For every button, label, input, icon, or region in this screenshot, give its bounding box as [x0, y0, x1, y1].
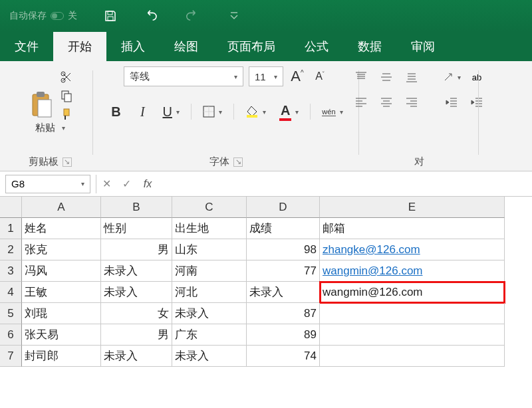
- borders-button[interactable]: ▾: [201, 102, 224, 121]
- wrap-text-button[interactable]: ab: [467, 69, 486, 85]
- col-header-A[interactable]: A: [22, 197, 101, 218]
- cell[interactable]: 未录入: [101, 260, 172, 282]
- row-header[interactable]: 4: [0, 282, 22, 303]
- select-all-corner[interactable]: [0, 197, 22, 218]
- cell[interactable]: 未录入: [247, 282, 320, 303]
- cell[interactable]: 成绩: [247, 218, 320, 239]
- row-header[interactable]: 3: [0, 260, 22, 282]
- paste-button[interactable]: 粘贴 ▾: [31, 118, 70, 138]
- col-header-B[interactable]: B: [101, 197, 172, 218]
- dialog-launcher-clipboard[interactable]: ↘: [63, 157, 72, 167]
- tab-review[interactable]: 审阅: [396, 32, 450, 61]
- x-icon: ✕: [102, 177, 111, 190]
- paste-split-button[interactable]: [26, 66, 55, 118]
- align-left-button[interactable]: [352, 94, 370, 110]
- cell[interactable]: 张克: [22, 239, 101, 260]
- cell[interactable]: 冯风: [22, 260, 101, 282]
- cell[interactable]: 张天易: [22, 324, 101, 346]
- email-link[interactable]: zhangke@126.com: [323, 243, 420, 256]
- increase-indent-button[interactable]: [467, 94, 486, 110]
- cell[interactable]: 广东: [172, 324, 247, 346]
- formula-input[interactable]: [156, 175, 532, 193]
- cell[interactable]: 87: [247, 303, 320, 324]
- cell[interactable]: 未录入: [172, 303, 247, 324]
- align-right-button[interactable]: [402, 94, 421, 110]
- cell[interactable]: 男: [101, 324, 172, 346]
- align-top-button[interactable]: [352, 69, 370, 85]
- cell[interactable]: 男: [101, 239, 172, 260]
- fill-color-button[interactable]: ▾: [243, 102, 268, 121]
- cell[interactable]: 王敏: [22, 282, 101, 303]
- cell[interactable]: 未录入: [172, 346, 247, 367]
- decrease-indent-button[interactable]: [442, 94, 461, 110]
- align-bottom-button[interactable]: [402, 69, 421, 85]
- cell[interactable]: 邮箱: [320, 218, 505, 239]
- copy-button[interactable]: [59, 89, 74, 102]
- email-link[interactable]: wangmin@126.com: [323, 264, 423, 277]
- cell[interactable]: 河南: [172, 260, 247, 282]
- row-header[interactable]: 5: [0, 303, 22, 324]
- tab-page-layout[interactable]: 页面布局: [213, 32, 290, 61]
- cancel-formula-button[interactable]: ✕: [96, 175, 116, 193]
- tab-draw[interactable]: 绘图: [160, 32, 213, 61]
- cell[interactable]: [320, 324, 505, 346]
- col-header-E[interactable]: E: [320, 197, 505, 218]
- cell[interactable]: wangmin@126.com: [320, 260, 505, 282]
- cell[interactable]: 女: [101, 303, 172, 324]
- customize-qat-button[interactable]: [226, 8, 242, 24]
- cell[interactable]: 74: [247, 346, 320, 367]
- tab-file[interactable]: 文件: [0, 32, 53, 61]
- tab-insert[interactable]: 插入: [106, 32, 160, 61]
- undo-button[interactable]: [144, 8, 160, 24]
- autosave-toggle[interactable]: 自动保存 关: [9, 10, 77, 22]
- italic-button[interactable]: I: [134, 102, 151, 121]
- cell[interactable]: 性别: [101, 218, 172, 239]
- cell[interactable]: [320, 346, 505, 367]
- grow-font-button[interactable]: A^: [289, 67, 306, 86]
- align-center-button[interactable]: [377, 94, 396, 110]
- cell[interactable]: 89: [247, 324, 320, 346]
- cell[interactable]: 77: [247, 260, 320, 282]
- tab-data[interactable]: 数据: [343, 32, 396, 61]
- cell[interactable]: 刘琨: [22, 303, 101, 324]
- cell[interactable]: 姓名: [22, 218, 101, 239]
- cell[interactable]: 98: [247, 239, 320, 260]
- dialog-launcher-font[interactable]: ↘: [233, 157, 243, 167]
- cell[interactable]: zhangke@126.com: [320, 239, 505, 260]
- save-button[interactable]: [102, 8, 118, 24]
- row-header[interactable]: 7: [0, 346, 22, 367]
- cell[interactable]: 河北: [172, 282, 247, 303]
- orientation-button[interactable]: ▾: [442, 69, 461, 85]
- name-box[interactable]: G8 ▾: [5, 175, 90, 193]
- cell[interactable]: 未录入: [101, 346, 172, 367]
- font-size-select[interactable]: 11 ▾: [249, 66, 283, 86]
- font-name-select[interactable]: 等线 ▾: [124, 66, 243, 86]
- bold-button[interactable]: B: [107, 102, 124, 121]
- svg-rect-9: [64, 109, 69, 116]
- cell[interactable]: 出生地: [172, 218, 247, 239]
- redo-button[interactable]: [185, 8, 201, 24]
- tab-home[interactable]: 开始: [53, 32, 106, 61]
- accept-formula-button[interactable]: ✓: [116, 175, 136, 193]
- tab-formulas[interactable]: 公式: [290, 32, 343, 61]
- row-header[interactable]: 1: [0, 218, 22, 239]
- phonetic-button[interactable]: wén▾: [320, 102, 344, 121]
- row-header[interactable]: 6: [0, 324, 22, 346]
- col-header-D[interactable]: D: [247, 197, 320, 218]
- align-middle-button[interactable]: [377, 69, 396, 85]
- insert-function-button[interactable]: fx: [136, 175, 156, 193]
- paste-label: 粘贴: [35, 122, 55, 134]
- cut-button[interactable]: [59, 70, 74, 84]
- cell[interactable]: wangmin@126.com: [320, 282, 505, 303]
- cell[interactable]: 山东: [172, 239, 247, 260]
- cell[interactable]: 未录入: [101, 282, 172, 303]
- col-header-C[interactable]: C: [172, 197, 247, 218]
- underline-button[interactable]: U▾: [160, 102, 181, 121]
- shrink-font-button[interactable]: Aˇ: [311, 67, 329, 86]
- font-color-button[interactable]: A▾: [277, 102, 301, 121]
- font-name-value: 等线: [130, 70, 150, 83]
- cell[interactable]: [320, 303, 505, 324]
- row-header[interactable]: 2: [0, 239, 22, 260]
- cell[interactable]: 封司郎: [22, 346, 101, 367]
- spreadsheet-grid[interactable]: A B C D E 1姓名性别出生地成绩邮箱2张克男山东98zhangke@12…: [0, 197, 532, 367]
